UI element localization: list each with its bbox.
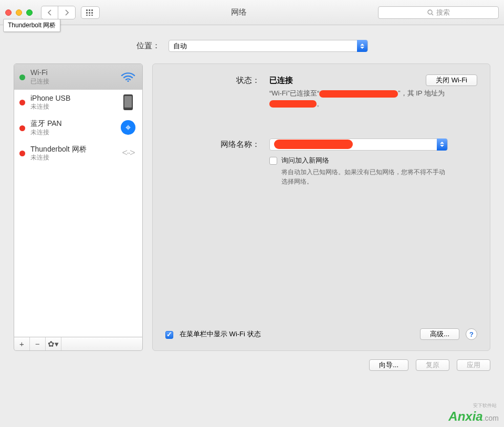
redacted-ssid bbox=[319, 90, 398, 98]
status-dot-icon bbox=[19, 125, 25, 131]
all-prefs-button[interactable] bbox=[81, 6, 100, 19]
titlebar: 网络 搜索 bbox=[0, 0, 504, 25]
minimize-icon[interactable] bbox=[16, 9, 22, 16]
nav-buttons bbox=[41, 6, 76, 19]
status-label: 状态： bbox=[165, 74, 260, 109]
window-title: 网络 bbox=[105, 7, 373, 17]
net-sub: 已连接 bbox=[30, 78, 114, 86]
zoom-icon[interactable] bbox=[26, 9, 33, 16]
close-icon[interactable] bbox=[5, 9, 12, 16]
sidebar-item-bluetooth-pan[interactable]: 蓝牙 PAN 未连接 ⌖ bbox=[14, 115, 142, 141]
net-title: Wi-Fi bbox=[30, 68, 114, 78]
svg-rect-5 bbox=[91, 12, 93, 14]
stepper-icon bbox=[357, 40, 368, 52]
redacted-netname bbox=[274, 140, 353, 149]
status-value: 已连接 bbox=[269, 76, 293, 86]
status-subinfo: “Wi-Fi”已连接至“”，其 IP 地址为 。 bbox=[269, 88, 448, 109]
sidebar: Wi-Fi 已连接 iPhone USB 未连接 蓝牙 PAN bbox=[14, 63, 143, 351]
ask-join-hint: 将自动加入已知网络。如果没有已知网络，您将不得不手动选择网络。 bbox=[281, 167, 449, 186]
svg-line-10 bbox=[432, 14, 433, 15]
status-dot-icon bbox=[19, 151, 25, 156]
tooltip: Thunderbolt 网桥 bbox=[3, 19, 60, 32]
net-title: 蓝牙 PAN bbox=[30, 119, 114, 129]
svg-point-11 bbox=[127, 80, 129, 82]
sidebar-item-iphone-usb[interactable]: iPhone USB 未连接 bbox=[14, 90, 142, 115]
svg-rect-4 bbox=[89, 12, 90, 14]
search-input[interactable]: 搜索 bbox=[378, 6, 499, 19]
sidebar-item-thunderbolt[interactable]: Thunderbolt 网桥 未连接 <··> bbox=[14, 141, 142, 166]
help-button[interactable]: ? bbox=[466, 328, 477, 340]
back-button[interactable] bbox=[41, 6, 58, 19]
network-list[interactable]: Wi-Fi 已连接 iPhone USB 未连接 蓝牙 PAN bbox=[14, 63, 143, 337]
svg-rect-6 bbox=[86, 15, 88, 16]
action-menu-button[interactable]: ✿▾ bbox=[46, 337, 61, 350]
redacted-ip bbox=[269, 100, 317, 108]
stepper-icon bbox=[437, 138, 447, 151]
detail-panel: 状态： 已连接 关闭 Wi-Fi “Wi-Fi”已连接至“”，其 IP 地址为 … bbox=[152, 63, 490, 351]
search-placeholder: 搜索 bbox=[436, 8, 450, 17]
phone-icon bbox=[119, 94, 137, 110]
location-label: 位置： bbox=[136, 41, 160, 51]
wifi-icon bbox=[119, 71, 137, 82]
location-value: 自动 bbox=[173, 41, 187, 51]
watermark: Anxia.com bbox=[448, 409, 499, 424]
toggle-wifi-button[interactable]: 关闭 Wi-Fi bbox=[426, 74, 477, 86]
net-sub: 未连接 bbox=[30, 154, 114, 162]
thunderbolt-icon: <··> bbox=[119, 147, 137, 158]
svg-rect-1 bbox=[89, 9, 90, 11]
advanced-button[interactable]: 高级... bbox=[420, 328, 459, 340]
ask-join-checkbox[interactable] bbox=[269, 157, 277, 165]
net-sub: 未连接 bbox=[30, 103, 114, 111]
window-controls bbox=[5, 9, 33, 16]
menubar-label: 在菜单栏中显示 Wi-Fi 状态 bbox=[180, 329, 261, 339]
search-icon bbox=[427, 9, 434, 16]
remove-button[interactable]: − bbox=[30, 337, 46, 350]
sidebar-item-wifi[interactable]: Wi-Fi 已连接 bbox=[14, 64, 142, 90]
svg-point-9 bbox=[428, 10, 432, 14]
list-footer: + − ✿▾ bbox=[14, 337, 143, 351]
ask-join-label: 询问加入新网络 bbox=[281, 156, 329, 165]
network-name-select[interactable] bbox=[269, 138, 448, 151]
forward-button[interactable] bbox=[58, 6, 75, 19]
wizard-button[interactable]: 向导... bbox=[369, 359, 408, 371]
status-dot-icon bbox=[19, 74, 25, 80]
svg-rect-0 bbox=[86, 9, 88, 11]
location-select[interactable]: 自动 bbox=[169, 40, 368, 52]
svg-rect-3 bbox=[86, 12, 88, 14]
bottom-buttons: 向导... 复原 应用 bbox=[0, 351, 504, 371]
netname-label: 网络名称： bbox=[165, 138, 260, 186]
svg-rect-8 bbox=[91, 15, 93, 16]
status-dot-icon bbox=[19, 100, 25, 105]
net-title: Thunderbolt 网桥 bbox=[30, 145, 114, 154]
svg-rect-7 bbox=[89, 15, 90, 16]
add-button[interactable]: + bbox=[14, 337, 30, 350]
net-sub: 未连接 bbox=[30, 129, 114, 136]
svg-rect-2 bbox=[91, 9, 93, 11]
net-title: iPhone USB bbox=[30, 94, 114, 103]
apply-button[interactable]: 应用 bbox=[457, 359, 490, 371]
location-row: 位置： 自动 bbox=[0, 25, 504, 63]
menubar-checkbox[interactable] bbox=[165, 331, 173, 339]
bluetooth-icon: ⌖ bbox=[119, 120, 137, 135]
watermark-sub: 安下软件站 bbox=[473, 402, 497, 409]
revert-button[interactable]: 复原 bbox=[416, 359, 449, 371]
